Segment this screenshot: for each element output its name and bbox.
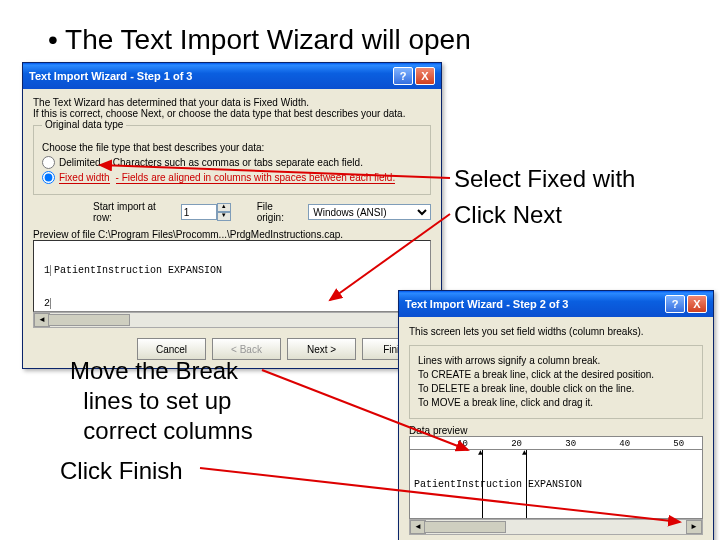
annot-move-break: Move the Break lines to set up correct c… [70,356,253,446]
help-button[interactable]: ? [393,67,413,85]
instr1: Lines with arrows signify a column break… [418,354,694,368]
preview2-scrollbar[interactable]: ◄ ► [409,519,703,535]
text-import-wizard-step1: Text Import Wizard - Step 1 of 3 ? X The… [22,62,442,369]
intro1: The Text Wizard has determined that your… [33,97,431,108]
delimited-desc: - Characters such as commas or tabs sepa… [107,157,363,168]
start-row-spinner[interactable]: ▲▼ [181,203,231,221]
start-import-label: Start import at row: [93,201,173,223]
annot-click-next: Click Next [454,200,562,230]
dialog1-title: Text Import Wizard - Step 1 of 3 [29,70,193,82]
spinner-down-icon[interactable]: ▼ [217,212,231,221]
scroll-thumb[interactable] [48,314,130,326]
file-origin-select[interactable]: Windows (ANSI) [308,204,431,220]
close-button[interactable]: X [415,67,435,85]
instr4: To MOVE a break line, click and drag it. [418,396,694,410]
original-data-type-group: Original data type Choose the file type … [33,125,431,195]
data-preview-label: Data preview [409,425,703,436]
fixed-desc: - Fields are aligned in columns with spa… [116,172,396,184]
preview-scrollbar[interactable]: ◄ ► [33,312,431,328]
scroll-right-icon[interactable]: ► [686,520,702,534]
break-instructions-group: Lines with arrows signify a column break… [409,345,703,419]
radio-delimited[interactable]: Delimited [42,156,101,169]
preview-label: Preview of file C:\Program Files\Procomm… [33,229,431,240]
annot-click-finish: Click Finish [60,456,183,486]
radio-delimited-label: Delimited [59,157,101,168]
close-button[interactable]: X [687,295,707,313]
radio-fixed-label: Fixed width [59,172,110,184]
text-import-wizard-step2: Text Import Wizard - Step 2 of 3 ? X Thi… [398,290,714,540]
preview-pane: 1PatientInstruction EXPANSION 2 310D - F… [33,240,431,312]
radio-fixed-width[interactable]: Fixed width [42,171,110,184]
titlebar-step1: Text Import Wizard - Step 1 of 3 ? X [23,63,441,89]
choose-label: Choose the file type that best describes… [42,142,422,153]
data-preview-pane[interactable]: PatientInstruction EXPANSION 10D - FOR 1… [409,449,703,519]
titlebar-step2: Text Import Wizard - Step 2 of 3 ? X [399,291,713,317]
help-button[interactable]: ? [665,295,685,313]
preview-line: PatientInstruction EXPANSION [54,265,222,276]
dialog2-intro: This screen lets you set field widths (c… [409,325,703,339]
break-line[interactable] [526,450,527,518]
instr3: To DELETE a break line, double click on … [418,382,694,396]
intro2: If this is correct, choose Next, or choo… [33,108,431,119]
page-heading: • The Text Import Wizard will open [48,24,471,56]
break-line[interactable] [482,450,483,518]
spinner-up-icon[interactable]: ▲ [217,203,231,212]
ruler: 10 20 30 40 50 60 [409,436,703,449]
next-button[interactable]: Next > [287,338,356,360]
preview-line: PatientInstruction EXPANSION [414,478,703,491]
instr2: To CREATE a break line, click at the des… [418,368,694,382]
scroll-thumb[interactable] [424,521,506,533]
group-legend: Original data type [42,119,126,130]
annot-select-fixed: Select Fixed with [454,164,635,194]
file-origin-label: File origin: [257,201,301,223]
start-row-input[interactable] [181,204,217,220]
dialog2-title: Text Import Wizard - Step 2 of 3 [405,298,569,310]
